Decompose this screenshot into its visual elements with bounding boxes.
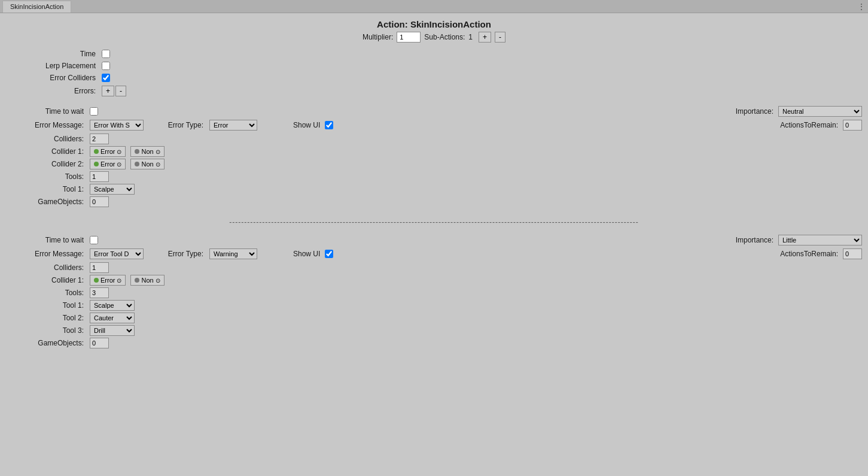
sa1-collider2-row: Collider 2: Error ⊙ Non ⊙ [6, 159, 862, 169]
sa2-importance-select[interactable]: Neutral Little Normal Critical [778, 235, 862, 245]
sa1-errmsg-select[interactable]: Error With S [90, 120, 144, 131]
sa2-c1-circle2-icon: ⊙ [156, 277, 160, 284]
subaction1-panel: Time to wait Importance: Neutral Little … [0, 102, 868, 213]
sa1-c2-circle-icon: ⊙ [117, 161, 121, 168]
sa2-gameobjects-row: GameObjects: [6, 338, 862, 348]
multiplier-input[interactable] [397, 32, 421, 43]
sa1-showui-label: Show UI [293, 121, 320, 129]
sa1-gameobjects-row: GameObjects: [6, 196, 862, 207]
sa1-errtype-label: Error Type: [150, 121, 209, 129]
top-fields: Time Lerp Placement Error Colliders Erro… [0, 47, 868, 102]
sa1-tool1-label: Tool 1: [6, 185, 90, 193]
subactions-label: Sub-Actions: [424, 33, 465, 41]
sa1-errtype-select[interactable]: Error Warning Info [209, 120, 257, 131]
sa2-errmsg-label: Error Message: [6, 250, 90, 258]
dots-icon: ⋮ [857, 2, 866, 11]
time-row: Time [12, 50, 856, 58]
sa2-tools-input[interactable] [90, 287, 109, 298]
sa1-showui-checkbox[interactable] [325, 121, 333, 129]
sa1-collider1-error-btn[interactable]: Error ⊙ [90, 146, 126, 157]
sa1-c2-dot [94, 162, 99, 166]
sa2-errtype-select[interactable]: Error Warning Info [209, 248, 257, 259]
sa2-c1-dot [94, 278, 99, 283]
sa2-errtype-label: Error Type: [150, 250, 209, 258]
errors-label: Errors: [12, 87, 96, 95]
sa2-tool1-select[interactable]: Scalpe [90, 300, 135, 311]
sa1-actionsremain-input[interactable] [843, 120, 862, 131]
error-colliders-row: Error Colliders [12, 74, 856, 82]
sa1-colliders-label: Colliders: [6, 135, 90, 143]
time-label: Time [12, 50, 96, 58]
sa2-actionsremain-input[interactable] [843, 248, 862, 259]
sa2-gameobjects-label: GameObjects: [6, 339, 90, 347]
subactions-value: 1 [468, 33, 473, 41]
sa1-c2-circle2-icon: ⊙ [156, 161, 160, 168]
sa1-gameobjects-label: GameObjects: [6, 198, 90, 206]
sa2-tool1-label: Tool 1: [6, 301, 90, 310]
sa2-tools-label: Tools: [6, 289, 90, 297]
sa1-errmsg-label: Error Message: [6, 121, 90, 129]
sa1-tools-input[interactable] [90, 171, 109, 182]
lerp-label: Lerp Placement [12, 62, 96, 70]
sa2-actionsremain-label: ActionsToRemain: [780, 250, 843, 258]
sa1-c1-circle2-icon: ⊙ [156, 148, 160, 155]
page-title: Action: SkinIncisionAction [0, 19, 868, 29]
lerp-row: Lerp Placement [12, 62, 856, 70]
sa2-collider1-error-btn[interactable]: Error ⊙ [90, 275, 126, 286]
sa1-c1-dot2 [135, 149, 139, 154]
sa1-tools-label: Tools: [6, 172, 90, 181]
tab-bar: SkinIncisionAction ⋮ [0, 0, 868, 13]
sa1-collider1-none-btn[interactable]: Non ⊙ [130, 146, 164, 157]
sa2-colliders-label: Colliders: [6, 263, 90, 272]
subactions-remove-button[interactable]: - [495, 32, 505, 43]
sa2-colliders-input[interactable] [90, 262, 109, 273]
subactions-add-button[interactable]: + [479, 32, 491, 43]
sa2-importance-label: Importance: [736, 236, 778, 244]
sa2-tool2-label: Tool 2: [6, 314, 90, 322]
sa1-collider2-error-btn[interactable]: Error ⊙ [90, 159, 126, 169]
sa2-tool2-select[interactable]: Cauter [90, 313, 135, 323]
sa1-c1-dot [94, 149, 99, 154]
error-colliders-label: Error Colliders [12, 74, 96, 82]
sa1-tool1-row: Tool 1: Scalpe [6, 184, 862, 195]
sa2-tool2-row: Tool 2: Cauter [6, 313, 862, 323]
sa2-showui-label: Show UI [293, 250, 320, 258]
title-section: Action: SkinIncisionAction Multiplier: S… [0, 19, 868, 43]
lerp-checkbox[interactable] [102, 62, 110, 70]
sa2-collider1-none-btn[interactable]: Non ⊙ [130, 275, 164, 286]
sa2-tool3-row: Tool 3: Drill [6, 325, 862, 336]
errors-remove-button[interactable]: - [115, 86, 126, 96]
subaction2-panel: Time to wait Importance: Neutral Little … [0, 231, 868, 354]
sa1-collider1-label: Collider 1: [6, 147, 90, 156]
sa1-importance-label: Importance: [736, 107, 778, 116]
sa1-actionsremain-label: ActionsToRemain: [780, 121, 843, 129]
sa1-c1-circle-icon: ⊙ [117, 148, 121, 155]
errors-add-button[interactable]: + [102, 86, 114, 96]
error-colliders-checkbox[interactable] [102, 74, 110, 82]
divider: ----------------------------------------… [0, 218, 868, 226]
sa2-tool3-select[interactable]: Drill [90, 325, 135, 336]
sa2-errmsg-select[interactable]: Error Tool D [90, 248, 144, 259]
sa1-colliders-input[interactable] [90, 134, 109, 144]
sa1-tools-count-row: Tools: [6, 171, 862, 182]
sa1-collider2-none-btn[interactable]: Non ⊙ [130, 159, 164, 169]
sa1-tool1-select[interactable]: Scalpe [90, 184, 135, 195]
sa2-tool3-label: Tool 3: [6, 326, 90, 335]
errors-row: Errors: + - [12, 86, 856, 96]
sa1-collider2-label: Collider 2: [6, 160, 90, 168]
multiplier-label: Multiplier: [363, 33, 393, 41]
sa2-tool1-row: Tool 1: Scalpe [6, 300, 862, 311]
sa2-showui-checkbox[interactable] [325, 250, 333, 258]
tab-label: SkinIncisionAction [10, 3, 63, 10]
sa2-time-label: Time to wait [6, 236, 90, 244]
sa2-c1-dot2 [135, 278, 139, 283]
sa1-time-label: Time to wait [6, 107, 90, 116]
time-checkbox[interactable] [102, 50, 110, 58]
sa1-gameobjects-input[interactable] [90, 196, 109, 207]
sa1-importance-select[interactable]: Neutral Little Normal Critical [778, 106, 862, 117]
sa2-gameobjects-input[interactable] [90, 338, 109, 348]
sa1-time-checkbox[interactable] [90, 107, 98, 116]
sa2-time-checkbox[interactable] [90, 236, 98, 244]
sa2-c1-circle-icon: ⊙ [117, 277, 121, 284]
skin-incision-tab[interactable]: SkinIncisionAction [2, 1, 71, 13]
